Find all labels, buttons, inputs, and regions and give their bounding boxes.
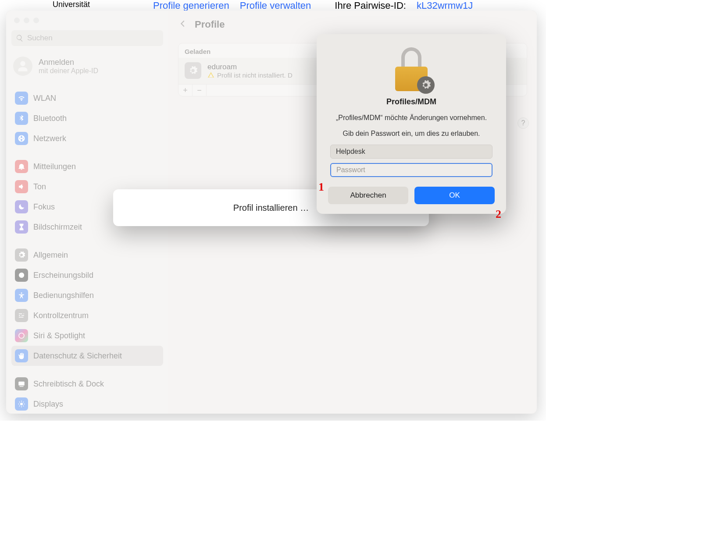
search-icon [16,34,24,42]
moon-icon [15,200,28,213]
auth-message: „Profiles/MDM“ möchte Änderungen vornehm… [328,113,495,123]
display-icon [15,397,28,411]
profile-gear-icon [185,62,201,79]
appearance-icon [15,269,28,282]
password-placeholder: Passwort [336,166,365,174]
sidebar-item-bluetooth[interactable]: Bluetooth [11,108,163,128]
link-generate: Profile generieren [153,0,229,11]
annotation-1: 1 [318,181,324,194]
accessibility-icon [15,289,28,302]
globe-icon [15,132,28,145]
sliders-icon [15,309,28,322]
sidebar-item-siri[interactable]: Siri & Spotlight [11,326,163,346]
siri-icon [15,329,28,342]
bluetooth-icon [15,112,28,125]
speaker-icon [15,180,28,193]
search-input[interactable]: Suchen [11,30,163,46]
bell-icon [15,160,28,173]
pairwise-id-value: kL32wrmw1J [417,0,473,11]
annotation-2: 2 [496,208,501,221]
add-profile-button[interactable]: + [178,85,193,96]
sidebar-item-desktop-dock[interactable]: Schreibtisch & Dock [11,374,163,394]
sidebar-item-label: Bildschirmzeit [33,223,82,232]
sidebar-item-label: WLAN [33,94,56,103]
hourglass-icon [15,220,28,234]
sidebar-item-label: Mitteilungen [33,162,76,171]
svg-rect-3 [18,382,25,386]
search-placeholder: Suchen [27,34,53,43]
sidebar-item-wlan[interactable]: WLAN [11,88,163,108]
username-field[interactable]: Helpdesk [330,145,492,159]
sidebar-item-label: Ton [33,182,46,191]
signin-sub: mit deiner Apple-ID [39,67,98,75]
svg-rect-8 [211,74,211,76]
sidebar-item-control-center[interactable]: Kontrollzentrum [11,305,163,326]
gear-icon [15,248,28,262]
auth-subtext: Gib dein Passwort ein, um dies zu erlaub… [328,130,495,138]
sidebar-item-privacy-security[interactable]: Datenschutz & Sicherheit [11,346,163,366]
sidebar-item-label: Allgemein [33,251,68,260]
dock-icon [15,377,28,390]
hand-icon [15,349,28,362]
sidebar-item-accessibility[interactable]: Bedienungshilfen [11,285,163,305]
sidebar-item-label: Siri & Spotlight [33,331,85,340]
sidebar-item-general[interactable]: Allgemein [11,245,163,265]
auth-title: Profiles/MDM [328,97,495,106]
remove-profile-button[interactable]: − [193,85,207,96]
sidebar-item-label: Netzwerk [33,134,66,143]
apple-id-signin[interactable]: Anmelden mit deiner Apple-ID [11,54,163,86]
auth-dialog: Profiles/MDM „Profiles/MDM“ möchte Änder… [317,34,506,214]
back-button[interactable] [178,19,188,30]
sidebar-item-label: Erscheinungsbild [33,271,93,280]
sidebar-item-appearance[interactable]: Erscheinungsbild [11,265,163,285]
sidebar-item-label: Bluetooth [33,114,67,123]
svg-rect-4 [20,386,24,387]
sidebar-item-notifications[interactable]: Mitteilungen [11,156,163,177]
warning-icon [207,71,214,78]
svg-point-2 [19,333,24,338]
sidebar-item-label: Bedienungshilfen [33,291,94,300]
close-icon[interactable] [14,18,20,23]
window-traffic-lights[interactable] [14,18,163,23]
svg-point-5 [20,403,23,405]
avatar-icon [13,57,32,76]
cancel-button[interactable]: Abbrechen [328,187,408,204]
svg-point-7 [211,76,211,77]
pairwise-id-label: Ihre Pairwise-ID: [335,0,406,11]
svg-point-1 [21,292,22,294]
username-value: Helpdesk [336,148,365,156]
sidebar-item-label: Datenschutz & Sicherheit [33,351,122,361]
chevron-left-icon [178,19,188,28]
link-manage: Profile verwalten [240,0,311,11]
background-browser-bar: Universität Profile generieren Profile v… [0,0,546,6]
signin-title: Anmelden [39,58,98,67]
sidebar-item-network[interactable]: Netzwerk [11,128,163,149]
ok-button[interactable]: OK [414,187,495,204]
page-title: Profile [195,19,225,30]
sidebar-item-label: Schreibtisch & Dock [33,379,104,389]
profile-status: Profil ist nicht installiert. D [217,71,293,79]
sidebar-item-label: Kontrollzentrum [33,311,89,320]
sidebar-item-label: Displays [33,400,63,409]
sidebar-item-label: Fokus [33,202,55,212]
uni-label: Universität [53,0,90,9]
zoom-icon[interactable] [33,18,39,23]
minimize-icon[interactable] [24,18,29,23]
sidebar-item-displays[interactable]: Displays [11,394,163,414]
help-button[interactable]: ? [517,117,529,129]
sheet-text: Profil installieren … [233,203,309,213]
lock-icon [392,47,431,91]
wifi-icon [15,92,28,105]
password-field[interactable]: Passwort [330,163,492,177]
profile-name: eduroam [207,63,293,71]
